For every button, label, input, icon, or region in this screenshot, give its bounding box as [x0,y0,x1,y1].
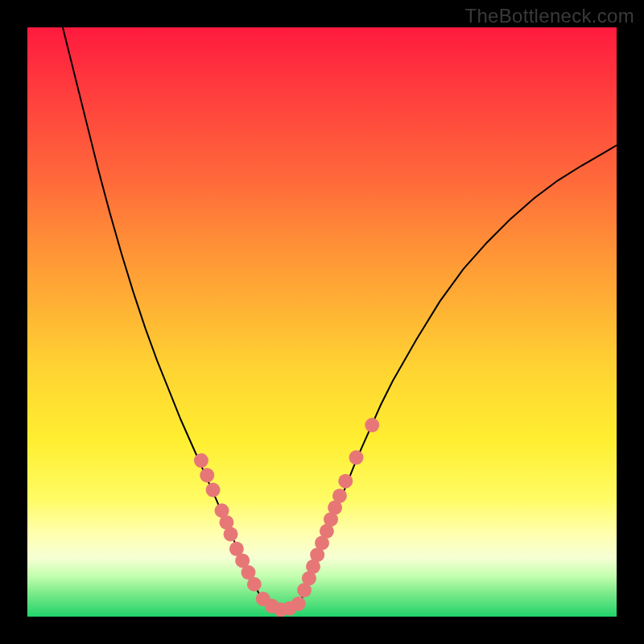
data-dot [332,489,347,503]
watermark: TheBottleneck.com [464,5,634,27]
data-dot [338,474,353,489]
data-dot [194,453,208,468]
data-dot [349,450,363,464]
data-dot [200,468,214,482]
chart-root: TheBottleneck.com [0,0,644,644]
curve-left [63,27,263,602]
data-dot [224,527,238,542]
bottleneck-curve [63,27,617,611]
chart-svg [27,27,617,617]
plot-area [27,27,617,617]
data-dot [291,597,306,611]
data-dot [206,483,221,497]
data-dot [365,418,379,432]
data-dots [194,418,379,617]
data-dot [247,577,262,592]
curve-right [299,145,617,605]
